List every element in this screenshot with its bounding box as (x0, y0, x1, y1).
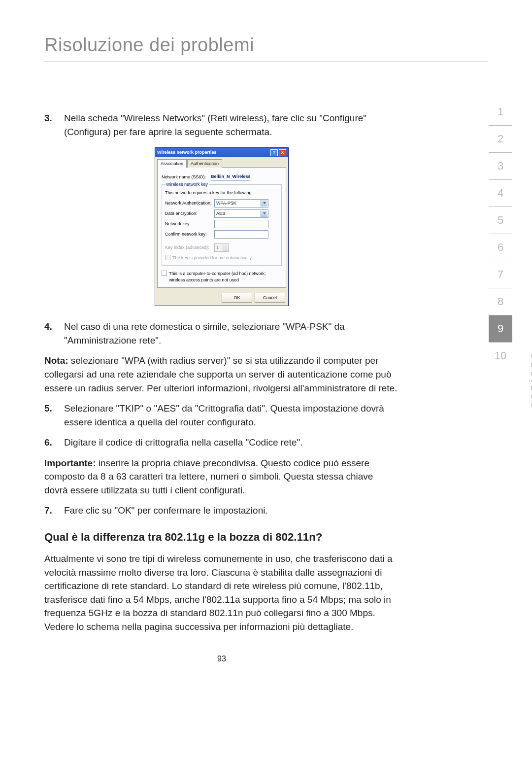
nav-item-8[interactable]: 8 (489, 288, 512, 315)
main-content: 3. Nella scheda "Wireless Networks" (Ret… (44, 111, 399, 665)
step-3-text: Nella scheda "Wireless Networks" (Reti w… (64, 111, 399, 138)
note-paragraph: Nota: selezionare "WPA (with radius serv… (44, 354, 399, 395)
step-5-number: 5. (44, 402, 64, 429)
step-7-text: Fare clic su "OK" per confermare le impo… (64, 504, 399, 518)
auth-label: Network Authentication: (165, 200, 214, 207)
ok-button[interactable]: OK (222, 293, 252, 303)
fieldset-info: This network requires a key for the foll… (165, 190, 278, 196)
key-index-label: Key index (advanced): (165, 244, 214, 251)
help-icon[interactable]: ? (270, 149, 278, 156)
cancel-button[interactable]: Cancel (255, 293, 285, 303)
ssid-label: Network name (SSID): (162, 174, 211, 180)
page-number: 93 (44, 653, 399, 664)
dialog-titlebar: Wireless network properties ? X (155, 148, 288, 157)
nav-item-1[interactable]: 1 (489, 99, 512, 126)
adhoc-label: This is a computer-to-computer (ad hoc) … (169, 271, 282, 283)
enc-dropdown[interactable]: AES (214, 209, 268, 218)
section-nav: 1 2 3 4 5 6 7 8 9 10 (489, 99, 512, 369)
autokey-checkbox (165, 255, 170, 260)
step-7-number: 7. (44, 504, 64, 518)
step-6-text: Digitare il codice di crittografia nella… (64, 436, 399, 449)
close-icon[interactable]: X (279, 149, 286, 156)
nav-item-7[interactable]: 7 (489, 261, 512, 288)
nav-item-5[interactable]: 5 (489, 207, 512, 234)
ssid-value: Belkin_N_Wireless (211, 173, 250, 180)
dialog-title-text: Wireless network properties (157, 149, 269, 156)
nav-item-6[interactable]: 6 (489, 234, 512, 261)
confirm-key-input[interactable] (214, 230, 268, 239)
wireless-key-fieldset: Wireless network key This network requir… (162, 184, 282, 266)
important-label: Importante: (44, 458, 96, 468)
page-title: Risoluzione dei problemi (44, 35, 488, 62)
nav-item-9[interactable]: 9 (489, 315, 512, 343)
adhoc-checkbox[interactable] (162, 271, 167, 276)
tab-association[interactable]: Association (157, 159, 187, 168)
note-label: Nota: (44, 355, 68, 366)
step-3-number: 3. (44, 111, 64, 138)
section-vertical-label: sezione (527, 350, 532, 408)
step-5-text: Selezionare "TKIP" o "AES" da "Crittogra… (64, 402, 399, 429)
network-key-label: Network key: (165, 221, 214, 227)
body-paragraph: Attualmente vi sono tre tipi di wireless… (44, 552, 399, 633)
tab-authentication[interactable]: Authentication (187, 159, 222, 168)
nav-item-3[interactable]: 3 (489, 153, 512, 180)
auth-dropdown[interactable]: WPA-PSK (214, 199, 268, 207)
step-4-number: 4. (44, 320, 64, 347)
nav-item-4[interactable]: 4 (489, 180, 512, 207)
subheading-80211: Qual è la differenza tra 802.11g e la bo… (44, 529, 399, 545)
autokey-label: The key is provided for me automatically (172, 255, 252, 261)
fieldset-legend: Wireless network key (165, 181, 209, 188)
note-text: selezionare "WPA (with radius server)" s… (44, 355, 397, 393)
step-6-number: 6. (44, 436, 64, 449)
important-paragraph: Importante: inserire la propria chiave p… (44, 456, 399, 497)
nav-item-2[interactable]: 2 (489, 126, 512, 153)
network-key-input[interactable] (214, 220, 268, 228)
nav-item-10[interactable]: 10 (489, 343, 512, 369)
enc-label: Data encryption: (165, 210, 214, 217)
chevron-down-icon (263, 202, 266, 204)
confirm-key-label: Confirm network key: (165, 231, 214, 238)
key-index-spinner: 1 (214, 243, 229, 252)
step-4-text: Nel caso di una rete domestica o simile,… (64, 320, 399, 347)
wireless-properties-dialog: Wireless network properties ? X Associat… (155, 147, 289, 306)
chevron-down-icon (263, 212, 266, 214)
